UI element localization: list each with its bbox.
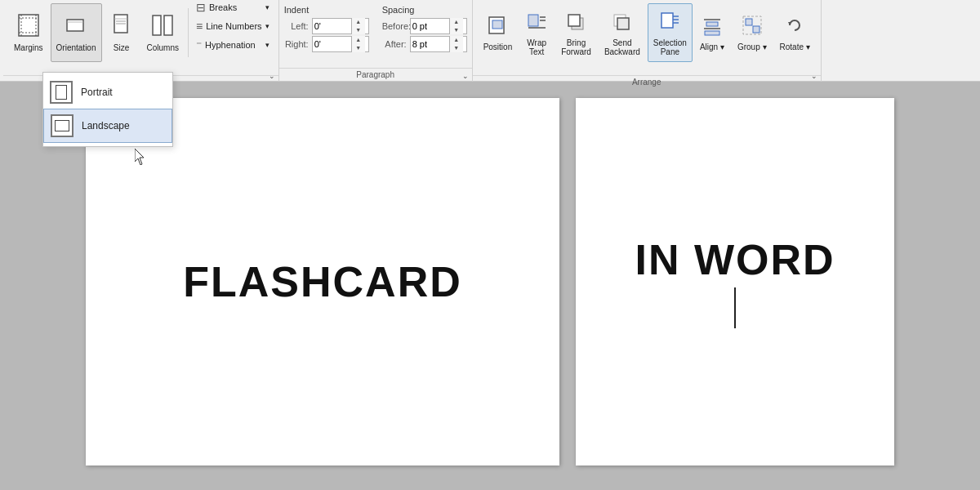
indent-left-value[interactable]: [314, 21, 351, 31]
group-button[interactable]: Group ▾: [732, 3, 773, 62]
group-label: Group ▾: [737, 42, 767, 51]
indent-right-input[interactable]: ▲ ▼: [312, 36, 369, 52]
paragraph-expand[interactable]: ⌄: [462, 72, 469, 80]
spacing-after-label: After:: [382, 39, 407, 49]
rotate-label: Rotate ▾: [780, 42, 810, 51]
orientation-icon: [64, 13, 88, 42]
group-icon: [741, 14, 764, 41]
bring-forward-button[interactable]: Bring Forward: [555, 3, 597, 62]
hyphenation-button[interactable]: ⁻ Hyphenation ▾: [192, 36, 274, 54]
spacing-after-value[interactable]: [412, 39, 449, 49]
selection-pane-icon: [658, 10, 681, 37]
portrait-icon-shape: [56, 85, 67, 100]
breaks-arrow: ▾: [265, 3, 270, 11]
spacing-before-spinner[interactable]: ▲ ▼: [449, 18, 463, 34]
spacing-after-down[interactable]: ▼: [450, 44, 463, 52]
page-card-1[interactable]: FLASHCARD: [86, 98, 559, 466]
arrange-label-bar: Arrange ⌄: [473, 75, 821, 89]
indent-left-label: Left:: [284, 21, 309, 31]
indent-left-input[interactable]: ▲ ▼: [312, 18, 369, 34]
svg-rect-33: [753, 26, 760, 33]
hyphenation-icon: ⁻: [196, 38, 202, 51]
wrap-text-label: Wrap Text: [527, 38, 546, 56]
landscape-icon-shape: [55, 120, 69, 131]
page2-content: IN WORD: [635, 235, 835, 328]
selection-pane-label: Selection Pane: [653, 38, 687, 56]
divider-1: [188, 8, 189, 57]
svg-rect-12: [164, 16, 172, 35]
columns-label: Columns: [147, 43, 179, 52]
wrap-text-icon: [525, 10, 548, 37]
spacing-after-up[interactable]: ▲: [450, 36, 463, 44]
indent-right-row: Right: ▲ ▼: [284, 36, 369, 52]
indent-right-value[interactable]: [314, 39, 351, 49]
align-button[interactable]: Align ▾: [694, 3, 730, 62]
margins-button[interactable]: Margins: [8, 3, 49, 62]
breaks-icon: ⊟: [196, 1, 206, 14]
svg-rect-32: [746, 19, 752, 25]
page-setup-expand[interactable]: ⌄: [269, 72, 275, 80]
bring-forward-label: Bring Forward: [561, 38, 591, 56]
spacing-before-down[interactable]: ▼: [450, 26, 463, 34]
spacing-before-row: Before: ▲ ▼: [382, 18, 467, 34]
orientation-dropdown: Portrait Landscape: [42, 72, 173, 147]
portrait-label: Portrait: [81, 87, 113, 98]
svg-rect-28: [706, 22, 718, 26]
hyphenation-arrow: ▾: [265, 41, 270, 49]
indent-left-down[interactable]: ▼: [352, 26, 365, 34]
indent-right-spinner[interactable]: ▲ ▼: [351, 36, 365, 52]
wrap-text-button[interactable]: Wrap Text: [519, 3, 554, 62]
columns-icon: [150, 13, 175, 42]
size-button[interactable]: Size: [104, 3, 140, 62]
line-numbers-arrow: ▾: [265, 22, 270, 30]
line-numbers-icon: ≡: [196, 20, 203, 33]
send-backward-icon: [611, 10, 634, 37]
page2-text: IN WORD: [635, 235, 835, 284]
send-backward-button[interactable]: Send Backward: [599, 3, 646, 62]
svg-rect-14: [492, 20, 502, 29]
arrange-group: Position Wrap Text: [473, 0, 822, 82]
paragraph-group: Indent Left: ▲ ▼ Right:: [279, 0, 473, 82]
indent-right-down[interactable]: ▼: [352, 44, 365, 52]
indent-right-up[interactable]: ▲: [352, 36, 365, 44]
send-backward-label: Send Backward: [604, 38, 640, 56]
page-card-2[interactable]: IN WORD: [576, 98, 894, 466]
breaks-label: Breaks: [209, 2, 237, 12]
indent-left-up[interactable]: ▲: [352, 18, 365, 26]
position-icon: [486, 14, 509, 41]
page-setup-group: Margins Orientation: [3, 0, 279, 82]
portrait-option[interactable]: Portrait: [43, 76, 172, 109]
hyphenation-label: Hyphenation: [205, 40, 256, 50]
spacing-before-input[interactable]: ▲ ▼: [410, 18, 467, 34]
portrait-icon-box: [50, 81, 73, 104]
svg-rect-23: [662, 13, 673, 28]
columns-button[interactable]: Columns: [141, 3, 185, 62]
selection-pane-button[interactable]: Selection Pane: [648, 3, 693, 62]
arrange-expand[interactable]: ⌄: [811, 72, 817, 80]
page-setup-small-btns: ⊟ Breaks ▾ ≡ Line Numbers ▾ ⁻ Hyphenatio…: [192, 3, 274, 62]
text-cursor: [734, 287, 736, 328]
orientation-label: Orientation: [56, 43, 96, 52]
position-label: Position: [483, 42, 513, 51]
breaks-button[interactable]: ⊟ Breaks ▾: [192, 0, 274, 16]
position-button[interactable]: Position: [478, 3, 519, 62]
indent-right-label: Right:: [284, 39, 309, 49]
spacing-after-spinner[interactable]: ▲ ▼: [449, 36, 463, 52]
spacing-before-up[interactable]: ▲: [450, 18, 463, 26]
page1-text: FLASHCARD: [183, 257, 462, 306]
landscape-option[interactable]: Landscape: [43, 109, 172, 143]
spacing-before-value[interactable]: [412, 21, 449, 31]
line-numbers-button[interactable]: ≡ Line Numbers ▾: [192, 17, 274, 35]
margins-icon: [16, 13, 41, 42]
orientation-button[interactable]: Orientation: [51, 3, 102, 62]
rotate-button[interactable]: Rotate ▾: [774, 3, 816, 62]
svg-rect-15: [528, 15, 538, 26]
ribbon: Margins Orientation: [0, 0, 980, 82]
margins-label: Margins: [14, 43, 43, 52]
spacing-after-input[interactable]: ▲ ▼: [410, 36, 467, 52]
landscape-label: Landscape: [82, 120, 130, 131]
indent-left-spinner[interactable]: ▲ ▼: [351, 18, 365, 34]
spacing-after-row: After: ▲ ▼: [382, 36, 467, 52]
spacing-before-label: Before:: [382, 21, 407, 31]
svg-rect-30: [705, 31, 719, 35]
